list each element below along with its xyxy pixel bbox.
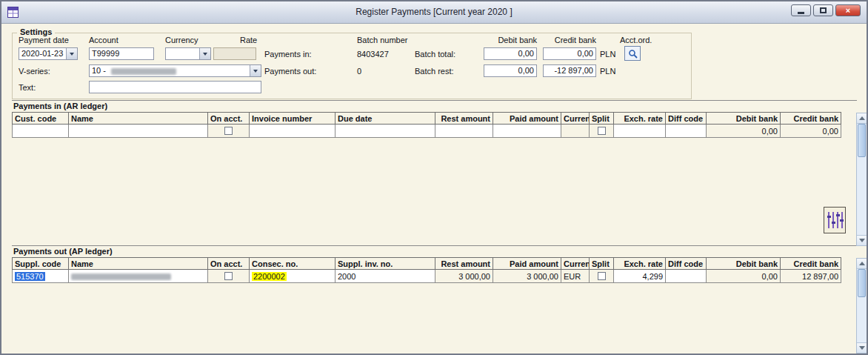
col-header: Name bbox=[69, 113, 208, 125]
col-header: Paid amount bbox=[493, 113, 561, 125]
account-label: Account bbox=[89, 36, 118, 44]
payment-date-select[interactable]: 2020-01-23 bbox=[19, 47, 78, 60]
col-header: Exch. rate bbox=[614, 258, 666, 270]
col-header: Consec. no. bbox=[250, 258, 335, 270]
table-row: 515370 2200002 2000 3 000,00 3 000,00 EU… bbox=[13, 270, 841, 283]
suppl-code-cell[interactable]: 515370 bbox=[13, 270, 69, 283]
payments-in-count-label: Payments in: bbox=[264, 50, 312, 59]
arrow-down-icon bbox=[859, 346, 865, 350]
v-series-select[interactable]: 10 - bbox=[89, 64, 261, 77]
maximize-button[interactable] bbox=[813, 4, 833, 16]
payments-out-title: Payments out (AP ledger) bbox=[13, 247, 857, 256]
split-cell[interactable] bbox=[590, 125, 614, 138]
acct-ord-button[interactable] bbox=[624, 46, 641, 61]
close-button[interactable]: × bbox=[835, 4, 861, 16]
cust-code-cell[interactable] bbox=[13, 125, 69, 138]
col-header: Rest amount bbox=[435, 258, 493, 270]
rest-amount-cell[interactable]: 3 000,00 bbox=[435, 270, 493, 283]
currency-cell[interactable]: EUR bbox=[561, 270, 590, 283]
payments-out-scrollbar[interactable] bbox=[856, 258, 867, 354]
on-acct-cell[interactable] bbox=[208, 270, 250, 283]
currency-cell[interactable] bbox=[561, 125, 590, 138]
on-account-checkbox[interactable] bbox=[224, 127, 233, 135]
rate-label: Rate bbox=[240, 36, 257, 44]
minimize-button[interactable] bbox=[791, 4, 811, 16]
scroll-down-button[interactable] bbox=[857, 235, 867, 245]
col-header: Due date bbox=[335, 113, 435, 125]
name-cell[interactable] bbox=[69, 125, 208, 138]
currency-select[interactable] bbox=[165, 47, 211, 60]
diff-code-cell[interactable] bbox=[666, 125, 707, 138]
account-input[interactable]: T99999 bbox=[89, 47, 154, 60]
scroll-down-button[interactable] bbox=[857, 342, 867, 353]
col-header: Split bbox=[590, 113, 614, 125]
close-icon: × bbox=[846, 6, 850, 15]
col-header: Suppl. code bbox=[13, 258, 69, 270]
suppl-inv-no-cell[interactable]: 2000 bbox=[335, 270, 435, 283]
payments-in-title: Payments in (AR ledger) bbox=[13, 102, 857, 110]
scrollbar-thumb[interactable] bbox=[858, 124, 866, 157]
chevron-down-icon[interactable] bbox=[199, 48, 210, 59]
col-header: Rest amount bbox=[435, 113, 493, 125]
on-account-checkbox[interactable] bbox=[224, 272, 233, 280]
debit-bank-cell[interactable]: 0,00 bbox=[707, 125, 781, 138]
currency-code-pln-2: PLN bbox=[600, 67, 615, 76]
chevron-down-icon[interactable] bbox=[66, 48, 77, 59]
debit-bank-label: Debit bank bbox=[484, 36, 537, 44]
payments-in-section: Payments in (AR ledger) Cust. code Name … bbox=[12, 100, 857, 138]
col-header: On acct. bbox=[208, 113, 250, 125]
scroll-up-button[interactable] bbox=[857, 259, 867, 269]
attachments-button[interactable] bbox=[824, 207, 846, 233]
col-header: Cust. code bbox=[13, 113, 69, 125]
rest-amount-cell[interactable] bbox=[435, 125, 493, 138]
name-cell[interactable] bbox=[69, 270, 208, 283]
scrollbar-thumb[interactable] bbox=[858, 269, 866, 297]
credit-bank-cell[interactable]: 12 897,00 bbox=[781, 270, 841, 283]
magnifier-icon bbox=[628, 49, 638, 59]
batch-total-debit-field: 0,00 bbox=[484, 47, 537, 60]
paid-amount-cell[interactable]: 3 000,00 bbox=[493, 270, 561, 283]
acct-ord-label: Acct.ord. bbox=[620, 36, 652, 44]
exch-rate-cell[interactable]: 4,299 bbox=[614, 270, 666, 283]
debit-bank-cell[interactable]: 0,00 bbox=[707, 270, 781, 283]
col-header: Diff code bbox=[666, 113, 707, 125]
chevron-down-icon[interactable] bbox=[250, 65, 261, 76]
scroll-up-button[interactable] bbox=[857, 113, 867, 124]
text-label: Text: bbox=[19, 83, 36, 92]
credit-bank-cell[interactable]: 0,00 bbox=[781, 125, 841, 138]
table-header-row: Cust. code Name On acct. Invoice number … bbox=[13, 113, 841, 125]
payments-out-count-label: Payments out: bbox=[264, 67, 316, 76]
col-header: Curren bbox=[561, 258, 590, 270]
table-row: 0,00 0,00 bbox=[13, 125, 841, 138]
exch-rate-cell[interactable] bbox=[614, 125, 666, 138]
payments-out-table: Suppl. code Name On acct. Consec. no. Su… bbox=[12, 257, 841, 283]
redacted-text bbox=[71, 273, 171, 280]
col-header: Name bbox=[69, 258, 208, 270]
paid-amount-cell[interactable] bbox=[493, 125, 561, 138]
split-checkbox[interactable] bbox=[598, 272, 606, 280]
diff-code-cell[interactable] bbox=[666, 270, 707, 283]
payment-date-label: Payment date bbox=[19, 36, 69, 44]
consec-no-cell[interactable]: 2200002 bbox=[250, 270, 335, 283]
split-cell[interactable] bbox=[590, 270, 614, 283]
arrow-up-icon bbox=[859, 262, 865, 265]
due-date-cell[interactable] bbox=[335, 125, 435, 138]
col-header: Credit bank bbox=[781, 258, 841, 270]
payments-in-scrollbar[interactable] bbox=[856, 113, 867, 246]
maximize-icon bbox=[820, 7, 827, 13]
batch-total-credit-field: 0,00 bbox=[543, 47, 596, 60]
window-title: Register Payments [Current year 2020 ] bbox=[1, 7, 867, 17]
col-header: Exch. rate bbox=[614, 113, 666, 125]
invoice-number-cell[interactable] bbox=[250, 125, 335, 138]
split-checkbox[interactable] bbox=[598, 127, 606, 135]
on-acct-cell[interactable] bbox=[208, 125, 250, 138]
consec-no-highlight: 2200002 bbox=[252, 272, 287, 281]
col-header: Split bbox=[590, 258, 614, 270]
minimize-icon bbox=[798, 12, 804, 14]
col-header: Debit bank bbox=[707, 113, 781, 125]
credit-bank-label: Credit bank bbox=[543, 36, 596, 44]
payments-in-table: Cust. code Name On acct. Invoice number … bbox=[12, 112, 841, 138]
col-header: On acct. bbox=[208, 258, 250, 270]
text-input[interactable] bbox=[89, 81, 261, 93]
batch-total-label: Batch total: bbox=[415, 50, 455, 59]
